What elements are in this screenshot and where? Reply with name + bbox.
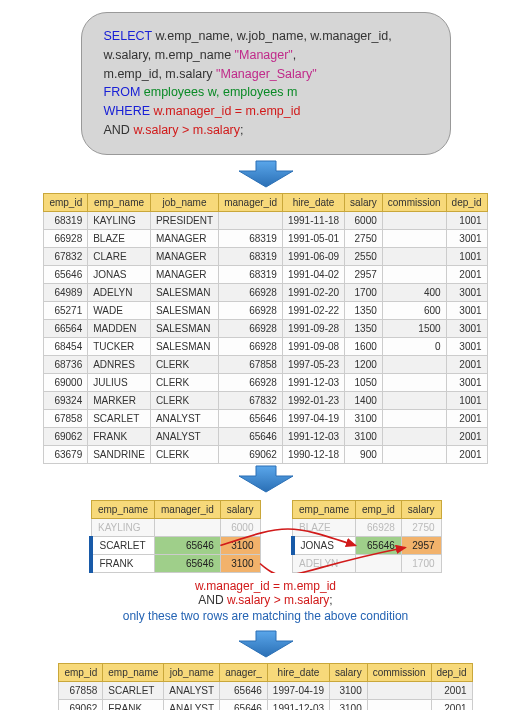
cell: PRESIDENT <box>150 211 218 229</box>
cell: 63679 <box>44 445 88 463</box>
cell: 1200 <box>345 355 383 373</box>
cell: SALESMAN <box>150 337 218 355</box>
cell: SALESMAN <box>150 301 218 319</box>
worker-subset-table: emp_namemanager_idsalary KAYLING6000 SCA… <box>89 500 260 573</box>
cell: 65646 <box>220 699 268 710</box>
join-comparison-row: emp_namemanager_idsalary KAYLING6000 SCA… <box>12 500 519 573</box>
arrow-3 <box>12 629 519 659</box>
cell: 68319 <box>219 229 283 247</box>
cell: 66928 <box>219 283 283 301</box>
cell: 3100 <box>330 681 368 699</box>
cell <box>382 247 446 265</box>
table-row: 65271WADESALESMAN669281991-02-2213506003… <box>44 301 487 319</box>
cell: 66928 <box>356 518 402 536</box>
result-header-row: emp_idemp_namejob_nameanager_hire_datesa… <box>59 663 472 681</box>
sql-comma: , <box>293 48 296 62</box>
cell: 1991-09-28 <box>282 319 344 337</box>
cell: 1991-09-08 <box>282 337 344 355</box>
cell: 1350 <box>345 301 383 319</box>
cell: SCARLET <box>91 536 154 554</box>
table-row: 68736ADNRESCLERK678581997-05-2312002001 <box>44 355 487 373</box>
cell: 1997-04-19 <box>282 409 344 427</box>
cell: CLERK <box>150 391 218 409</box>
cell: 69062 <box>44 427 88 445</box>
cell: 67858 <box>59 681 103 699</box>
sql-semicolon: ; <box>240 123 243 137</box>
arrow-down-icon <box>231 629 301 659</box>
cell: JONAS <box>88 265 151 283</box>
arrow-2 <box>12 464 519 494</box>
cell: 65646 <box>219 427 283 445</box>
cell: 6000 <box>220 518 260 536</box>
sql-cols-3a: m.emp_id, m.salary <box>104 67 217 81</box>
cell: 2001 <box>446 355 487 373</box>
cell: 3100 <box>330 699 368 710</box>
table-row: 63679SANDRINECLERK690621990-12-189002001 <box>44 445 487 463</box>
col-emp_id: emp_id <box>59 663 103 681</box>
col-salary: salary <box>401 500 441 518</box>
cell: 600 <box>382 301 446 319</box>
cell: SALESMAN <box>150 319 218 337</box>
table-row: 65646JONASMANAGER683191991-04-0229572001 <box>44 265 487 283</box>
cell: 66928 <box>219 337 283 355</box>
arrow-down-icon <box>231 159 301 189</box>
cell: 2001 <box>431 699 472 710</box>
cell: 3001 <box>446 229 487 247</box>
cell: 65646 <box>44 265 88 283</box>
cell: ADNRES <box>88 355 151 373</box>
cell: 3001 <box>446 283 487 301</box>
cell: 3100 <box>345 427 383 445</box>
cell: CLERK <box>150 373 218 391</box>
cell: ANALYST <box>164 699 220 710</box>
sql-cols-1: w.emp_name, w.job_name, w.manager_id, <box>152 29 392 43</box>
cell: 2001 <box>431 681 472 699</box>
cell <box>155 518 221 536</box>
cell: 68319 <box>219 247 283 265</box>
cell: 65271 <box>44 301 88 319</box>
cell: SCARLET <box>103 681 164 699</box>
cell: 69324 <box>44 391 88 409</box>
cell: 2001 <box>446 409 487 427</box>
cell: 900 <box>345 445 383 463</box>
employees-header-row: emp_idemp_namejob_namemanager_idhire_dat… <box>44 193 487 211</box>
cell: 68319 <box>44 211 88 229</box>
cell: 1991-02-22 <box>282 301 344 319</box>
result-table: emp_idemp_namejob_nameanager_hire_datesa… <box>58 663 472 711</box>
sql-cols-2a: w.salary, m.emp_name <box>104 48 235 62</box>
cell: 66928 <box>219 319 283 337</box>
cell: CLARE <box>88 247 151 265</box>
kw-select: SELECT <box>104 29 152 43</box>
cell <box>219 211 283 229</box>
col-dep_id: dep_id <box>431 663 472 681</box>
arrow-1 <box>12 159 519 189</box>
cell: 2750 <box>401 518 441 536</box>
cell: 65646 <box>220 681 268 699</box>
cell: 1700 <box>401 554 441 572</box>
cell: 66928 <box>44 229 88 247</box>
table-row: 69062FRANKANALYST656461991-12-0331002001 <box>59 699 472 710</box>
cell: 1350 <box>345 319 383 337</box>
cell: 1500 <box>382 319 446 337</box>
sql-cond-1: w.manager_id = m.emp_id <box>150 104 300 118</box>
cell: 2957 <box>345 265 383 283</box>
sql-cond-2: w.salary > m.salary <box>130 123 240 137</box>
col-emp_name: emp_name <box>103 663 164 681</box>
cell: TUCKER <box>88 337 151 355</box>
cell: 67832 <box>219 391 283 409</box>
cell: 1700 <box>345 283 383 301</box>
col-salary: salary <box>330 663 368 681</box>
cell: 3001 <box>446 301 487 319</box>
table-row: 66564MADDENSALESMAN669281991-09-28135015… <box>44 319 487 337</box>
cell: 66928 <box>219 373 283 391</box>
cell: 68454 <box>44 337 88 355</box>
cell: MANAGER <box>150 265 218 283</box>
cell: FRANK <box>88 427 151 445</box>
table-row: 67832CLAREMANAGER683191991-06-0925501001 <box>44 247 487 265</box>
manager-subset-table: emp_nameemp_idsalary BLAZE669282750 JONA… <box>291 500 442 573</box>
cell: 3001 <box>446 319 487 337</box>
cell: MARKER <box>88 391 151 409</box>
col-anager_: anager_ <box>220 663 268 681</box>
sql-alias-manager: "Manager" <box>235 48 293 62</box>
cell: 1997-04-19 <box>267 681 329 699</box>
cell: 1001 <box>446 247 487 265</box>
